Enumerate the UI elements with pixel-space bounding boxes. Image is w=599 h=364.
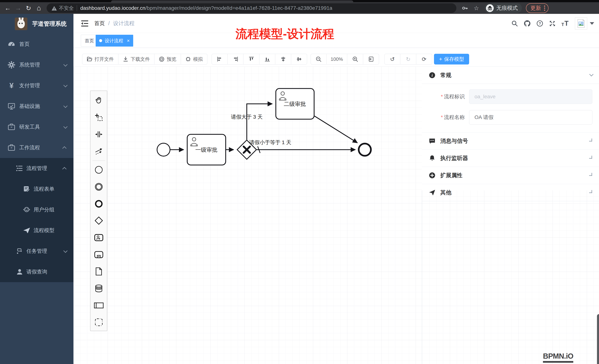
right-edge-strip	[597, 314, 599, 364]
home-icon[interactable]: ⌂	[34, 3, 44, 13]
sidebar-item-pay[interactable]: ¥ 支付管理	[0, 75, 73, 96]
person-icon	[16, 268, 24, 276]
preview-button[interactable]: 预览	[154, 54, 181, 65]
sidebar-item-process-model[interactable]: 流程模型	[0, 220, 73, 241]
process-key-input[interactable]	[469, 89, 592, 104]
create-intermediate-event-icon[interactable]	[91, 178, 107, 195]
browser-navbar: ← → ↻ ⌂ 不安全 dashboard.yudao.iocoder.cn/b…	[0, 2, 599, 14]
undo-icon[interactable]: ↺	[384, 54, 400, 65]
open-file-button[interactable]: 打开文件	[82, 54, 118, 65]
create-subprocess-icon[interactable]	[91, 246, 107, 263]
create-user-task-icon[interactable]	[91, 229, 107, 246]
url-text[interactable]: dashboard.yudao.iocoder.cn/bpm/manager/m…	[80, 5, 332, 11]
gear-icon	[7, 61, 16, 69]
sidebar-item-infra[interactable]: 基础设施	[0, 96, 73, 117]
create-data-object-icon[interactable]	[91, 263, 107, 280]
avatar[interactable]	[575, 17, 587, 30]
url-bar[interactable]: 不安全 dashboard.yudao.iocoder.cn/bpm/manag…	[47, 3, 456, 13]
global-connect-tool-icon[interactable]	[91, 143, 107, 160]
section-listeners[interactable]: 执行监听器	[422, 150, 599, 167]
security-label[interactable]: 不安全	[59, 5, 74, 11]
breadcrumb-current: 设计流程	[113, 20, 134, 27]
tag-close-icon[interactable]: ×	[127, 38, 130, 44]
hand-tool-icon[interactable]	[91, 92, 107, 109]
align-left-icon[interactable]	[212, 54, 228, 65]
align-center-vertical-icon[interactable]	[291, 54, 307, 65]
chevron-down-icon	[63, 62, 66, 68]
lasso-tool-icon[interactable]	[91, 109, 107, 126]
zoom-in-icon[interactable]	[347, 54, 363, 65]
font-size-icon[interactable]: TT	[559, 14, 571, 33]
update-button[interactable]: 更新	[526, 3, 548, 13]
space-tool-icon[interactable]	[91, 126, 107, 143]
process-name-input[interactable]	[469, 110, 592, 125]
sidebar-item-task-mgmt[interactable]: 任务管理	[0, 241, 73, 262]
browser-active-tab[interactable]	[111, 0, 353, 2]
bpmn-palette	[90, 91, 107, 331]
create-participant-icon[interactable]	[91, 297, 107, 314]
tag-dot	[99, 39, 102, 42]
section-general[interactable]: i 常规	[422, 67, 599, 84]
save-model-button[interactable]: +保存模型	[434, 54, 469, 65]
history-toolbar: ↺ ↻ ⟳	[384, 54, 432, 65]
main-area: 首页 / 设计流程 ? TT 首	[73, 14, 599, 364]
process-key-label: *流程标识	[428, 93, 469, 100]
breadcrumb-home[interactable]: 首页	[94, 20, 105, 27]
tag-design-process[interactable]: 设计流程 ×	[96, 35, 133, 47]
browser-tabstrip	[0, 0, 599, 2]
simulate-button[interactable]: 模拟	[181, 54, 207, 65]
fullscreen-icon[interactable]	[546, 14, 559, 33]
bookmark-star-icon[interactable]: ☆	[471, 3, 482, 13]
sidebar-fold-icon[interactable]	[80, 19, 89, 28]
create-start-event-icon[interactable]	[91, 161, 107, 178]
header-actions: ? TT	[508, 14, 599, 33]
github-icon[interactable]	[521, 14, 534, 33]
monitor-icon	[7, 102, 16, 110]
chevron-down-icon	[63, 83, 66, 88]
passwords-key-icon[interactable]	[460, 3, 470, 13]
download-file-button[interactable]: 下载文件	[118, 54, 154, 65]
section-messages[interactable]: 消息与信号	[422, 133, 599, 150]
redo-icon[interactable]: ↻	[400, 54, 416, 65]
app-logo[interactable]: 芋道管理系统	[0, 14, 73, 34]
help-icon[interactable]: ?	[534, 14, 546, 33]
sidebar-item-leave-query[interactable]: 请假查询	[0, 262, 73, 282]
forward-icon[interactable]: →	[13, 3, 23, 13]
reload-icon[interactable]: ↻	[23, 3, 34, 13]
sidebar-item-user-group[interactable]: 用户分组	[0, 199, 73, 220]
sidebar-item-process-mgmt[interactable]: 流程管理	[0, 158, 73, 179]
sidebar: 芋道管理系统 首页 系统管理 ¥ 支付管理 基础设施 研发工具	[0, 14, 73, 364]
restart-icon[interactable]: ⟳	[416, 54, 432, 65]
back-icon[interactable]: ←	[3, 3, 13, 13]
create-data-store-icon[interactable]	[91, 280, 107, 297]
app-title: 芋道管理系统	[32, 20, 67, 28]
align-right-icon[interactable]	[228, 54, 243, 65]
general-form: *流程标识 *流程名称	[422, 84, 599, 133]
align-top-icon[interactable]	[243, 54, 259, 65]
create-group-icon[interactable]	[91, 314, 107, 331]
section-extensions[interactable]: 扩展属性	[422, 167, 599, 184]
bpmn-io-watermark[interactable]: BPMN.iO	[543, 352, 573, 363]
avatar-caret-icon[interactable]	[590, 22, 594, 25]
sidebar-item-system[interactable]: 系统管理	[0, 54, 73, 75]
section-other[interactable]: 其他	[422, 184, 599, 201]
zoom-out-icon[interactable]	[311, 54, 326, 65]
fit-viewport-icon[interactable]	[363, 54, 379, 65]
sidebar-item-process-form[interactable]: 流程表单	[0, 179, 73, 199]
create-end-event-icon[interactable]	[91, 195, 107, 212]
tag-home[interactable]: 首页	[81, 35, 98, 47]
align-bottom-icon[interactable]	[259, 54, 275, 65]
search-icon[interactable]	[508, 14, 521, 33]
list-icon	[16, 164, 24, 172]
sidebar-item-workflow[interactable]: 工作流程	[0, 137, 73, 158]
sidebar-item-home[interactable]: 首页	[0, 34, 73, 54]
sidebar-item-devtools[interactable]: 研发工具	[0, 117, 73, 137]
chevron-up-icon	[63, 165, 66, 171]
breadcrumb: 首页 / 设计流程	[94, 14, 134, 33]
create-gateway-icon[interactable]	[91, 212, 107, 229]
browser-menu-icon[interactable]	[544, 6, 545, 11]
workflow-submenu: 流程管理 流程表单 用户分组 流程模型 任务管理	[0, 158, 73, 282]
process-name-label: *流程名称	[428, 114, 469, 121]
align-center-horizontal-icon[interactable]	[275, 54, 291, 65]
chevron-down-icon	[63, 248, 66, 254]
